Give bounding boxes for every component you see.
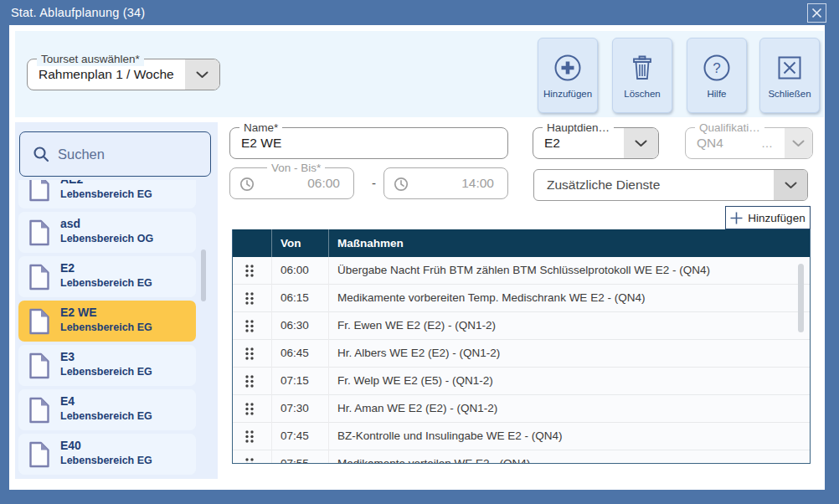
tourset-value: Rahmenplan 1 / Woche — [39, 59, 174, 90]
schliessen-button[interactable]: Schließen — [759, 38, 820, 113]
qualifikation-value: QN4 — [697, 128, 723, 158]
loeschen-button-label: Löschen — [624, 89, 660, 99]
drag-handle-icon[interactable] — [244, 429, 255, 444]
list-item-e40[interactable]: E40 Lebensbereich EG — [18, 434, 196, 475]
row-von: 06:15 — [281, 285, 309, 311]
table-header: Von Maßnahmen — [233, 229, 810, 257]
close-icon — [811, 8, 822, 18]
hauptdienst-dropdown-zone[interactable] — [624, 128, 658, 158]
name-field[interactable]: Name* E2 WE — [229, 127, 508, 159]
list-item-e2-we-selected[interactable]: E2 WE Lebensbereich EG — [18, 301, 196, 342]
list-item-title: E2 — [60, 261, 75, 275]
close-square-icon — [775, 53, 805, 83]
dialog-titlebar: Stat. Ablaufplanung (34) — [0, 0, 839, 25]
list-item-e2[interactable]: E2 Lebensbereich EG — [18, 256, 196, 297]
row-von: 06:30 — [281, 312, 309, 339]
add-massnahme-button[interactable]: Hinzufügen — [725, 206, 811, 229]
row-massnahme: Übergabe Nacht Früh BTM zählen BTM Schlü… — [337, 257, 710, 284]
row-massnahme: BZ-Kontrolle und Insulingabe WE E2 - (QN… — [337, 423, 563, 450]
list-item-title: E2 WE — [60, 306, 97, 319]
search-input[interactable] — [58, 147, 183, 162]
document-icon — [28, 397, 50, 424]
list-item-e4[interactable]: E4 Lebensbereich EG — [18, 389, 196, 430]
row-von: 07:45 — [281, 423, 309, 450]
qualifikation-dropdown-zone — [785, 128, 812, 158]
qualifikation-select: Qualifikati… QN4 … — [685, 127, 813, 159]
table-row[interactable]: 07:55 Medikamente verteilen WE E2 - (QN4… — [233, 450, 810, 464]
document-icon — [28, 219, 50, 246]
list-item-title: AE2 — [60, 180, 83, 186]
massnahmen-table: Von Maßnahmen 06:00 Übergabe Nacht Früh … — [232, 229, 811, 464]
row-massnahme: Fr. Ewen WE E2 (E2) - (QN1-2) — [337, 312, 496, 339]
hilfe-button[interactable]: ? Hilfe — [687, 38, 747, 113]
tourset-select[interactable]: Tourset auswählen* Rahmenplan 1 / Woche — [27, 59, 220, 90]
list-item-ae2[interactable]: AE2 Lebensbereich EG — [18, 180, 196, 208]
trash-icon — [629, 53, 656, 83]
document-icon — [28, 352, 50, 379]
loeschen-button[interactable]: Löschen — [612, 38, 672, 113]
list-item-subtitle: Lebensbereich EG — [60, 455, 152, 466]
drag-handle-icon[interactable] — [244, 319, 255, 333]
list-item-title: E40 — [60, 439, 81, 452]
add-massnahme-button-label: Hinzufügen — [748, 212, 805, 224]
chevron-down-icon — [792, 140, 805, 147]
row-massnahme: Hr. Albers WE E2 (E2) - (QN1-2) — [337, 340, 500, 367]
list-item-subtitle: Lebensbereich EG — [60, 188, 152, 200]
column-header-von: Von — [281, 229, 301, 257]
hauptdienst-select[interactable]: Hauptdien… E2 — [533, 127, 659, 159]
row-von: 07:30 — [281, 395, 309, 422]
clock-icon — [239, 177, 255, 192]
column-header-massnahmen: Maßnahmen — [337, 229, 404, 257]
chevron-down-icon — [635, 140, 647, 147]
von-value: 06:00 — [307, 168, 340, 198]
name-value: E2 WE — [241, 128, 281, 158]
list-item-subtitle: Lebensbereich EG — [60, 366, 152, 378]
list-item-asd[interactable]: asd Lebensbereich OG — [18, 212, 196, 253]
list-item-title: E4 — [60, 394, 75, 408]
search-icon — [33, 146, 49, 162]
dialog-content: Tourset auswählen* Rahmenplan 1 / Woche … — [9, 25, 825, 490]
bis-field: 14:00 — [383, 167, 508, 199]
zusaetzliche-dienste-dropdown-zone[interactable] — [774, 170, 807, 200]
table-row[interactable]: 06:45 Hr. Albers WE E2 (E2) - (QN1-2) — [233, 340, 810, 368]
drag-handle-icon[interactable] — [244, 457, 255, 464]
list-item-subtitle: Lebensbereich EG — [60, 410, 152, 422]
row-massnahme: Medikamente verteilen WE E2 - (QN4) — [337, 450, 530, 464]
titlebar-close-button[interactable] — [807, 3, 826, 23]
row-massnahme: Fr. Welp WE E2 (E5) - (QN1-2) — [337, 368, 493, 394]
drag-handle-icon[interactable] — [244, 291, 255, 306]
table-scrollbar-thumb[interactable] — [798, 264, 804, 332]
row-massnahme: Hr. Aman WE E2 (E2) - (QN1-2) — [337, 395, 497, 422]
search-box[interactable] — [19, 131, 211, 177]
sidebar-scrollbar-thumb[interactable] — [201, 249, 206, 301]
row-von: 06:00 — [281, 257, 309, 284]
von-field: Von - Bis* 06:00 — [229, 167, 354, 199]
plus-circle-icon — [553, 53, 583, 83]
hilfe-button-label: Hilfe — [707, 89, 726, 99]
table-row[interactable]: 06:15 Medikamente vorbereiten Temp. Medi… — [233, 285, 810, 312]
question-glyph: ? — [713, 60, 720, 76]
list-item-subtitle: Lebensbereich EG — [60, 277, 152, 289]
table-row[interactable]: 06:30 Fr. Ewen WE E2 (E2) - (QN1-2) — [233, 312, 810, 340]
zusaetzliche-dienste-select[interactable]: Zusätzliche Dienste — [533, 169, 808, 201]
drag-handle-icon[interactable] — [244, 402, 255, 416]
table-row[interactable]: 07:15 Fr. Welp WE E2 (E5) - (QN1-2) — [233, 368, 810, 395]
drag-handle-icon[interactable] — [244, 264, 255, 278]
sidebar: AE2 Lebensbereich EG asd Lebensbereich O… — [15, 122, 218, 479]
table-row[interactable]: 07:45 BZ-Kontrolle und Insulingabe WE E2… — [233, 423, 810, 450]
bis-value: 14:00 — [461, 168, 494, 198]
top-panel: Tourset auswählen* Rahmenplan 1 / Woche … — [15, 31, 824, 117]
table-row[interactable]: 07:30 Hr. Aman WE E2 (E2) - (QN1-2) — [233, 395, 810, 423]
drag-handle-icon[interactable] — [244, 374, 255, 388]
hinzufuegen-button[interactable]: Hinzufügen — [538, 38, 598, 113]
row-von: 06:45 — [281, 340, 309, 367]
row-massnahme: Medikamente vorbereiten Temp. Medischran… — [337, 285, 645, 311]
von-bis-separator: - — [364, 167, 383, 199]
list-item-e3[interactable]: E3 Lebensbereich EG — [18, 345, 196, 386]
table-row[interactable]: 06:00 Übergabe Nacht Früh BTM zählen BTM… — [233, 257, 810, 285]
question-circle-icon: ? — [702, 53, 732, 83]
row-von: 07:55 — [281, 450, 309, 464]
tour-list: AE2 Lebensbereich EG asd Lebensbereich O… — [15, 180, 218, 479]
tourset-dropdown-zone[interactable] — [185, 59, 219, 90]
drag-handle-icon[interactable] — [244, 347, 255, 361]
